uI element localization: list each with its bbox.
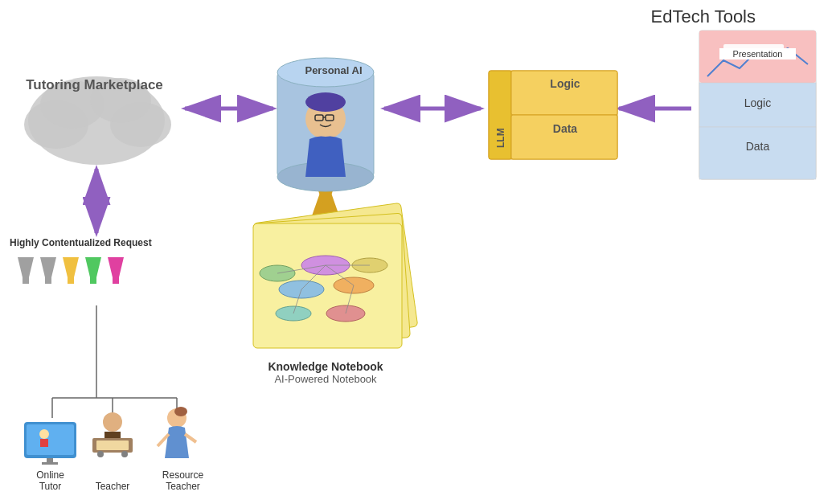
svg-rect-73 (96, 440, 129, 450)
notebook-subtitle: AI-Powered Notebook (241, 373, 410, 385)
edtech-logic-label: Logic (699, 96, 816, 109)
svg-rect-53 (23, 277, 29, 284)
svg-rect-14 (277, 72, 374, 177)
svg-point-71 (97, 451, 104, 457)
svg-rect-33 (253, 223, 402, 348)
svg-rect-32 (253, 213, 410, 348)
llm-logic-label: Logic (513, 77, 617, 90)
svg-rect-57 (68, 277, 74, 284)
svg-point-38 (352, 258, 387, 272)
llm-label: LLM (490, 102, 511, 174)
tutoring-marketplace-label: Tutoring Marketplace (24, 76, 165, 94)
svg-line-77 (185, 434, 196, 442)
svg-line-42 (326, 265, 354, 285)
svg-point-18 (305, 92, 346, 112)
request-label: Highly Contentualized Request (10, 237, 170, 248)
svg-rect-61 (113, 277, 119, 284)
svg-rect-66 (47, 458, 53, 462)
svg-point-74 (167, 408, 186, 428)
figure-label-resource-teacher: ResourceTeacher (157, 469, 209, 492)
svg-marker-58 (85, 257, 101, 277)
svg-point-68 (103, 412, 122, 432)
svg-rect-67 (42, 462, 58, 465)
svg-marker-54 (40, 257, 56, 277)
svg-rect-70 (92, 438, 133, 453)
svg-point-34 (301, 256, 350, 275)
svg-point-6 (110, 102, 171, 147)
svg-marker-52 (18, 257, 34, 277)
svg-marker-60 (108, 257, 124, 277)
svg-rect-62 (24, 422, 76, 458)
diagram-container: EdTech Tools Tutoring Marketplace Person… (0, 0, 836, 504)
svg-point-72 (121, 451, 128, 457)
page-title: EdTech Tools (651, 6, 756, 27)
svg-point-16 (277, 162, 374, 191)
svg-line-46 (346, 285, 354, 313)
llm-data-label: Data (513, 122, 617, 135)
svg-line-45 (293, 289, 301, 313)
svg-marker-56 (63, 257, 79, 277)
personal-ai-label: Personal AI (285, 64, 382, 76)
svg-line-76 (158, 434, 169, 446)
edtech-presentation-label: Presentation (719, 48, 796, 59)
svg-line-43 (277, 265, 326, 273)
figure-label-online-tutor: OnlineTutor (24, 469, 76, 492)
svg-rect-31 (253, 203, 418, 346)
edtech-data-label: Data (699, 140, 816, 153)
notebook-title: Knowledge Notebook (241, 360, 410, 373)
notebook-label-container: Knowledge Notebook AI-Powered Notebook (241, 360, 410, 385)
svg-rect-69 (104, 432, 121, 452)
svg-line-41 (301, 265, 326, 289)
svg-point-75 (174, 407, 187, 416)
svg-rect-55 (45, 277, 51, 284)
svg-rect-63 (27, 424, 74, 455)
svg-point-5 (24, 100, 88, 149)
svg-point-39 (326, 305, 365, 322)
svg-point-36 (334, 277, 374, 293)
svg-rect-20 (326, 115, 334, 121)
svg-point-17 (305, 99, 346, 139)
svg-rect-30 (699, 127, 816, 179)
svg-rect-59 (90, 277, 96, 284)
svg-point-40 (276, 306, 311, 321)
svg-point-35 (279, 281, 324, 298)
svg-point-37 (260, 265, 295, 281)
svg-rect-19 (315, 115, 323, 121)
svg-rect-65 (40, 439, 48, 447)
figure-label-teacher: Teacher (92, 481, 133, 492)
svg-point-64 (39, 429, 49, 439)
